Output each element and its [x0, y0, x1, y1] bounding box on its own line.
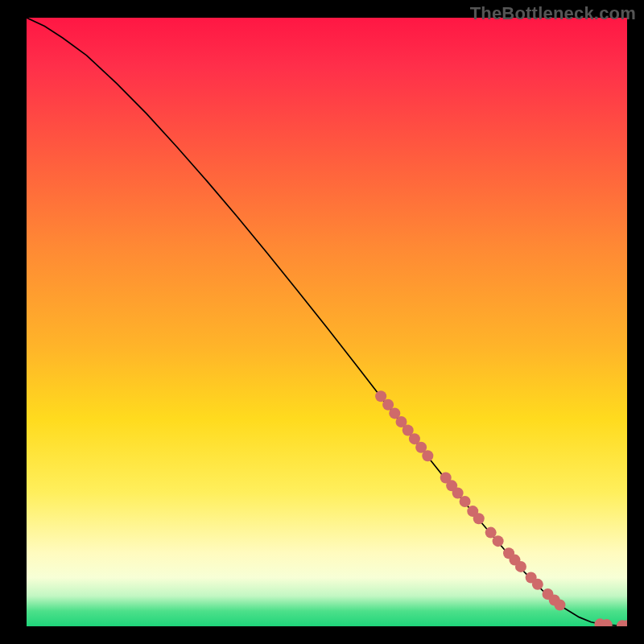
curve-line: [27, 18, 627, 625]
data-point: [493, 535, 504, 547]
data-point: [515, 561, 526, 572]
data-point: [532, 579, 543, 590]
data-point: [554, 600, 565, 611]
chart-svg: [27, 18, 627, 626]
data-point: [460, 496, 471, 507]
chart-frame: TheBottleneck.com: [0, 0, 644, 644]
data-point: [422, 450, 433, 461]
data-point: [473, 513, 485, 524]
plot-area: [27, 18, 627, 626]
watermark-text: TheBottleneck.com: [470, 3, 636, 24]
